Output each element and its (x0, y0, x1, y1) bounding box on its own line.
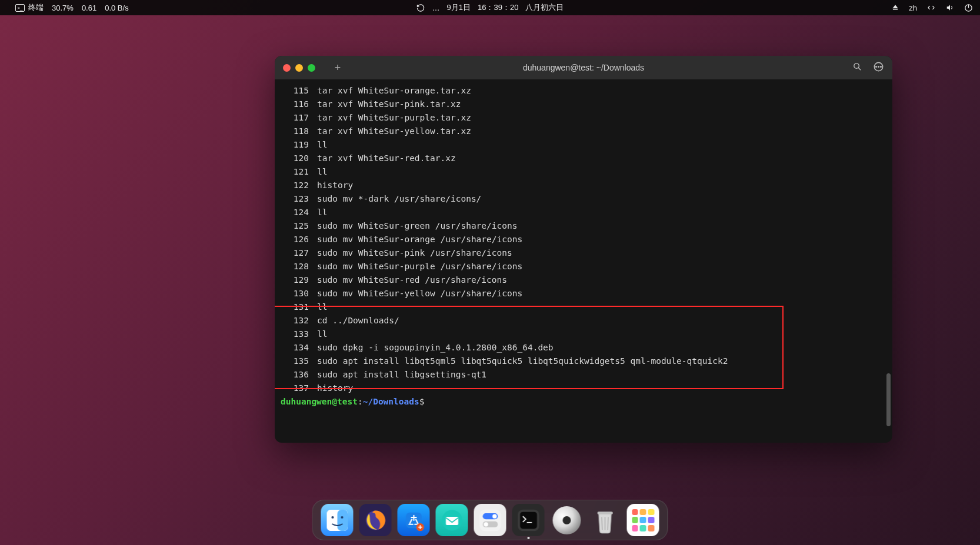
history-number: 130 (281, 287, 309, 300)
volume-icon[interactable] (945, 4, 955, 12)
menubar-lunar[interactable]: 八月初六日 (525, 2, 564, 13)
history-line: 128sudo mv WhiteSur-purple /usr/share/ic… (281, 260, 883, 273)
history-command: sudo mv WhiteSur-yellow /usr/share/icons (317, 289, 522, 298)
history-line: 124ll (281, 206, 883, 219)
svg-point-6 (878, 66, 879, 67)
scrollbar-thumb[interactable] (886, 373, 891, 426)
terminal-body[interactable]: 115tar xvf WhiteSur-orange.tar.xz116tar … (275, 79, 892, 443)
svg-point-7 (881, 66, 882, 67)
dock-app-grid[interactable] (627, 504, 659, 536)
search-icon[interactable] (852, 62, 862, 74)
history-line: 120tar xvf WhiteSur-red.tar.xz (281, 152, 883, 165)
app-grid-icon (632, 509, 654, 531)
history-number: 125 (281, 219, 309, 233)
history-line: 134sudo dpkg -i sogoupinyin_4.0.1.2800_x… (281, 341, 883, 355)
history-line: 131ll (281, 300, 883, 314)
new-tab-button[interactable]: + (332, 62, 344, 73)
svg-point-11 (341, 516, 343, 519)
history-number: 116 (281, 98, 309, 111)
dock-trash[interactable] (589, 504, 621, 536)
menubar-stat-cpu: 30.7% (52, 4, 74, 12)
history-command: sudo dpkg -i sogoupinyin_4.0.1.2800_x86_… (317, 343, 554, 352)
history-number: 129 (281, 273, 309, 287)
history-line: 133ll (281, 327, 883, 341)
history-number: 124 (281, 206, 309, 219)
svg-point-21 (484, 522, 488, 526)
history-number: 135 (281, 355, 309, 368)
dock-files[interactable] (321, 504, 354, 536)
history-command: history (317, 180, 353, 190)
history-line: 121ll (281, 165, 883, 179)
dock-disc[interactable] (551, 504, 583, 536)
eject-icon[interactable] (891, 4, 899, 12)
history-line: 137history (281, 382, 883, 395)
refresh-icon[interactable] (416, 4, 425, 12)
history-line: 126sudo mv WhiteSur-orange /usr/share/ic… (281, 233, 883, 246)
mail-icon (439, 508, 464, 533)
terminal-titlebar[interactable]: + duhuangwen@test: ~/Downloads (275, 56, 892, 79)
menubar-time[interactable]: 16：39：20 (478, 2, 518, 13)
terminal-title: duhuangwen@test: ~/Downloads (523, 63, 644, 72)
svg-point-2 (854, 63, 859, 68)
history-line: 129sudo mv WhiteSur-red /usr/share/icons (281, 273, 883, 287)
history-command: ll (317, 302, 327, 312)
dock-terminal[interactable] (512, 504, 545, 536)
dock-settings[interactable] (474, 504, 506, 536)
history-line: 136sudo apt install libgsettings-qt1 (281, 368, 883, 382)
history-number: 126 (281, 233, 309, 246)
svg-line-3 (858, 68, 861, 70)
history-command: tar xvf WhiteSur-red.tar.xz (317, 153, 456, 163)
history-line: 135sudo apt install libqt5qml5 libqt5qui… (281, 355, 883, 368)
minimize-button[interactable] (295, 64, 303, 72)
menubar-ellipsis[interactable]: … (432, 4, 440, 12)
history-number: 119 (281, 138, 309, 152)
history-number: 137 (281, 382, 309, 395)
menubar-stat-load: 0.61 (82, 4, 96, 12)
history-command: sudo mv WhiteSur-green /usr/share/icons (317, 221, 517, 230)
svg-rect-23 (520, 511, 537, 529)
history-line: 118tar xvf WhiteSur-yellow.tar.xz (281, 125, 883, 138)
history-number: 132 (281, 314, 309, 327)
dock-firefox[interactable] (359, 504, 392, 536)
titlebar-right (852, 61, 884, 75)
history-command: tar xvf WhiteSur-pink.tar.xz (317, 99, 461, 109)
history-line: 115tar xvf WhiteSur-orange.tar.xz (281, 84, 883, 98)
menu-icon[interactable] (873, 61, 884, 75)
history-line: 127sudo mv WhiteSur-pink /usr/share/icon… (281, 246, 883, 260)
history-number: 120 (281, 152, 309, 165)
terminal-window: + duhuangwen@test: ~/Downloads 115tar xv… (275, 56, 892, 443)
dock (312, 500, 668, 540)
menubar-app[interactable]: >_ 终端 (15, 2, 44, 13)
traffic-lights (283, 64, 315, 72)
history-command: ll (317, 167, 327, 176)
dock-software-store[interactable] (398, 504, 430, 536)
menubar-left: >_ 终端 30.7% 0.61 0.0 B/s (7, 2, 129, 13)
history-command: tar xvf WhiteSur-yellow.tar.xz (317, 126, 471, 136)
close-button[interactable] (283, 64, 291, 72)
history-command: sudo apt install libgsettings-qt1 (317, 370, 486, 379)
accessibility-icon[interactable] (926, 4, 936, 12)
input-language[interactable]: zh (909, 4, 917, 12)
store-icon (402, 509, 425, 532)
history-line: 125sudo mv WhiteSur-green /usr/share/ico… (281, 219, 883, 233)
history-number: 133 (281, 327, 309, 341)
history-command: sudo mv WhiteSur-red /usr/share/icons (317, 275, 507, 285)
svg-rect-9 (337, 510, 348, 531)
history-number: 121 (281, 165, 309, 179)
menubar-date[interactable]: 9月1日 (447, 2, 471, 13)
history-command: sudo apt install libqt5qml5 libqt5quick5… (317, 356, 728, 366)
maximize-button[interactable] (308, 64, 315, 72)
svg-rect-16 (446, 516, 458, 524)
history-number: 134 (281, 341, 309, 355)
history-number: 128 (281, 260, 309, 273)
prompt-line[interactable]: duhuangwen@test:~/Downloads$ (281, 395, 883, 409)
settings-toggle-icon (477, 507, 503, 533)
history-command: sudo mv WhiteSur-orange /usr/share/icons (317, 235, 522, 244)
history-number: 131 (281, 300, 309, 314)
history-command: tar xvf WhiteSur-purple.tar.xz (317, 113, 471, 122)
history-line: 122history (281, 179, 883, 192)
dock-mail[interactable] (436, 504, 468, 536)
power-icon[interactable] (964, 4, 973, 12)
history-number: 117 (281, 111, 309, 125)
prompt-colon: : (358, 397, 363, 406)
